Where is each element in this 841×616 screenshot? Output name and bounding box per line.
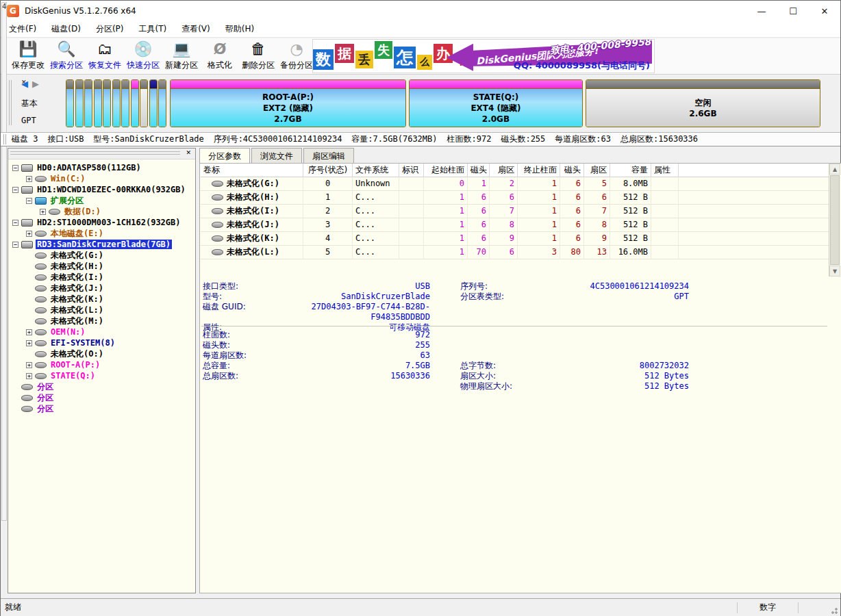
tree-item[interactable]: −扩展分区 xyxy=(10,195,194,206)
maximize-icon[interactable]: ☐ xyxy=(777,1,809,21)
collapse-icon[interactable]: − xyxy=(26,198,32,204)
vertical-scrollbar[interactable]: ▲ ▼ xyxy=(829,164,840,277)
tree-item[interactable]: 分区 xyxy=(10,381,194,392)
panel-grip[interactable] xyxy=(9,80,12,125)
tab-扇区编辑[interactable]: 扇区编辑 xyxy=(303,148,354,163)
minimize-icon[interactable]: — xyxy=(746,1,777,21)
small-partition-block-7[interactable] xyxy=(131,79,139,127)
tree-item[interactable]: −RD3:SanDiskCruzerBlade(7GB) xyxy=(10,239,194,250)
column-header-5[interactable]: 磁头 xyxy=(468,164,490,177)
toolbar-button-save[interactable]: 💾保存更改 xyxy=(9,40,47,73)
expand-icon[interactable]: + xyxy=(26,176,32,182)
scroll-down-icon[interactable]: ▼ xyxy=(829,266,840,277)
column-header-1[interactable]: 序号(状态) xyxy=(303,164,353,177)
expand-icon[interactable]: + xyxy=(26,340,32,346)
small-partition-block-3[interactable] xyxy=(94,79,102,127)
table-row[interactable]: 未格式化(L:)5C...17063801316.0MB xyxy=(201,246,829,259)
tree-item[interactable]: 分区 xyxy=(10,392,194,403)
tree-item[interactable]: +OEM(N:) xyxy=(10,326,194,337)
tree-item[interactable]: +数据(D:) xyxy=(10,206,194,217)
tree-item[interactable]: +EFI-SYSTEM(8) xyxy=(10,337,194,348)
small-partition-block-5[interactable] xyxy=(112,79,121,127)
tree-item[interactable]: −HD0:ADATASP580(112GB) xyxy=(10,162,194,173)
tree-item[interactable]: +本地磁盘(E:) xyxy=(10,228,194,239)
toolbar-button-recover-files[interactable]: 🗂恢复文件 xyxy=(86,40,124,73)
expand-icon[interactable]: + xyxy=(40,209,46,215)
column-header-6[interactable]: 扇区 xyxy=(490,164,518,177)
expand-icon[interactable]: + xyxy=(26,329,32,335)
column-header-2[interactable]: 文件系统 xyxy=(353,164,399,177)
tree-item[interactable]: +ROOT-A(P:) xyxy=(10,359,194,370)
partition-block-1[interactable]: STATE(Q:)EXT4 (隐藏)2.0GB xyxy=(409,79,583,127)
toolbar-button-format[interactable]: Ø格式化 xyxy=(201,40,239,73)
small-partition-block-0[interactable] xyxy=(66,79,74,127)
tree-item[interactable]: 未格式化(L:) xyxy=(10,305,194,316)
small-partition-block-6[interactable] xyxy=(121,79,129,127)
tree-item[interactable]: 未格式化(M:) xyxy=(10,316,194,326)
tree-item[interactable]: −HD2:ST1000DM003-1CH162(932GB) xyxy=(10,217,194,228)
close-icon[interactable]: ✕ xyxy=(809,1,840,21)
tree-item[interactable]: 未格式化(G:) xyxy=(10,250,194,261)
ad-banner[interactable]: 数据丢失怎么办! DiskGenius团队为您服务! 致电: 400-008-9… xyxy=(312,39,655,73)
collapse-icon[interactable]: − xyxy=(12,242,18,248)
small-partition-block-9[interactable] xyxy=(149,79,158,127)
small-partition-block-10[interactable] xyxy=(158,79,166,127)
column-header-11[interactable]: 属性 xyxy=(651,164,679,177)
expand-icon[interactable]: + xyxy=(26,373,32,379)
menu-item-4[interactable]: 查看(V) xyxy=(175,21,217,37)
expand-icon[interactable]: + xyxy=(26,231,32,237)
menu-item-5[interactable]: 帮助(H) xyxy=(218,21,261,37)
toolbar-button-new-partition[interactable]: 💻新建分区 xyxy=(162,40,201,73)
collapse-icon[interactable]: − xyxy=(12,220,18,226)
column-header-3[interactable]: 标识 xyxy=(399,164,424,177)
tree-item[interactable]: 未格式化(K:) xyxy=(10,294,194,305)
toolbar-button-delete-partition[interactable]: 🗑删除分区 xyxy=(239,40,277,73)
partition-block-2[interactable]: 空闲2.6GB xyxy=(586,79,820,127)
prev-disk-icon[interactable]: ◀ xyxy=(21,79,28,89)
table-row[interactable]: 未格式化(K:)4C...169169512 B xyxy=(201,232,829,246)
expand-icon[interactable]: + xyxy=(26,362,32,368)
column-header-4[interactable]: 起始柱面 xyxy=(424,164,468,177)
toolbar-button-search-partition[interactable]: 🔍搜索分区 xyxy=(47,40,86,73)
tab-分区参数[interactable]: 分区参数 xyxy=(199,148,250,163)
tree-item[interactable]: 未格式化(O:) xyxy=(10,348,194,359)
table-row[interactable]: 未格式化(J:)3C...168168512 B xyxy=(201,218,829,232)
tree-item[interactable]: 未格式化(H:) xyxy=(10,261,194,272)
menu-item-1[interactable]: 磁盘(D) xyxy=(45,21,88,37)
partition-block-0[interactable]: ROOT-A(P:)EXT2 (隐藏)2.7GB xyxy=(170,79,406,127)
info-line-grip[interactable] xyxy=(3,134,6,144)
tree-item[interactable]: 分区 xyxy=(10,403,194,414)
tab-浏览文件[interactable]: 浏览文件 xyxy=(251,148,302,163)
scroll-up-icon[interactable]: ▲ xyxy=(829,164,840,175)
small-partition-block-4[interactable] xyxy=(103,79,111,127)
resize-grip[interactable] xyxy=(829,605,838,615)
tree-item[interactable]: +Win(C:) xyxy=(10,173,194,184)
menu-item-3[interactable]: 工具(T) xyxy=(131,21,173,37)
table-row[interactable]: 未格式化(H:)1C...166166512 B xyxy=(201,191,829,205)
scroll-thumb[interactable] xyxy=(830,175,840,265)
tree-item[interactable]: −HD1:WDCWD10EZEC-00RKKA0(932GB) xyxy=(10,184,194,195)
small-partition-block-8[interactable] xyxy=(140,79,148,127)
collapse-icon[interactable]: − xyxy=(12,165,18,171)
tree-panel-grip[interactable] xyxy=(10,151,180,155)
collapse-icon[interactable]: − xyxy=(12,187,18,193)
column-header-0[interactable]: 卷标 xyxy=(201,164,303,177)
table-row[interactable]: 未格式化(I:)2C...167167512 B xyxy=(201,205,829,218)
column-header-7[interactable]: 终止柱面 xyxy=(518,164,560,177)
table-row[interactable]: 未格式化(G:)0Unknown0121658.0MB xyxy=(201,177,829,191)
column-header-9[interactable]: 扇区 xyxy=(584,164,610,177)
tree-item[interactable]: +STATE(Q:) xyxy=(10,370,194,381)
tree-item[interactable]: 未格式化(I:) xyxy=(10,272,194,283)
menu-item-0[interactable]: 文件(F) xyxy=(2,21,43,37)
collapsed-panel-tab[interactable]: 4 xyxy=(1,2,7,521)
tree-panel-close-icon[interactable]: ✕ xyxy=(186,149,191,156)
toolbar-button-backup-partition[interactable]: ◔备份分区 xyxy=(277,40,316,73)
toolbar-button-quick-partition[interactable]: 💿快速分区 xyxy=(124,40,162,73)
small-partition-block-1[interactable] xyxy=(75,79,84,127)
next-disk-icon[interactable]: ▶ xyxy=(32,79,39,89)
tree-item[interactable]: 未格式化(J:) xyxy=(10,283,194,294)
column-header-10[interactable]: 容量 xyxy=(610,164,651,177)
menu-item-2[interactable]: 分区(P) xyxy=(89,21,131,37)
column-header-8[interactable]: 磁头 xyxy=(560,164,584,177)
small-partition-block-2[interactable] xyxy=(84,79,92,127)
